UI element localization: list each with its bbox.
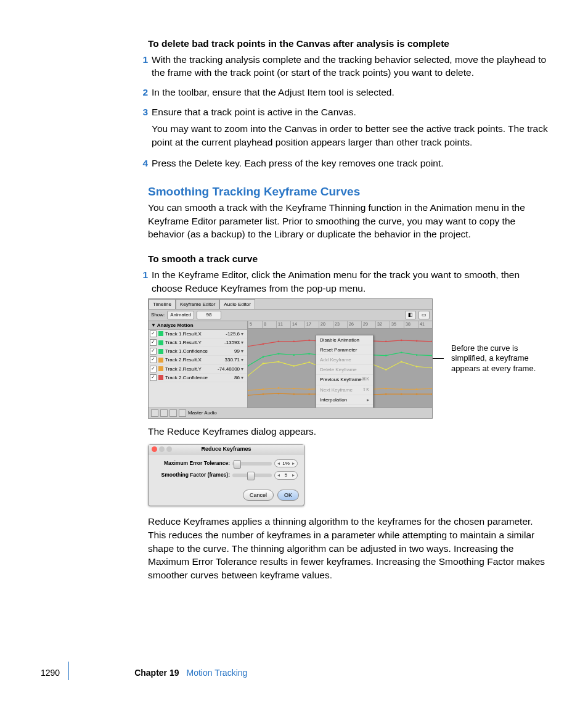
- track-value: -74.48000: [218, 366, 241, 372]
- field-label: Maximum Error Tolerance:: [155, 460, 230, 467]
- checkbox-icon[interactable]: ✓: [150, 374, 157, 381]
- svg-point-36: [401, 361, 402, 363]
- checkbox-icon[interactable]: ✓: [150, 348, 157, 355]
- tab-audio-editor[interactable]: Audio Editor: [219, 299, 255, 309]
- animation-menu-icon[interactable]: ▾: [241, 348, 246, 355]
- checkbox-icon[interactable]: ✓: [150, 330, 157, 337]
- svg-point-62: [401, 393, 402, 395]
- svg-point-23: [401, 351, 402, 353]
- body-text: The Reduce Keyframes dialog appears.: [148, 425, 550, 438]
- smoothing-factor-value[interactable]: ◂5▸: [274, 471, 298, 479]
- ok-button[interactable]: OK: [277, 490, 299, 501]
- section-heading: Smoothing Tracking Keyframe Curves: [148, 184, 550, 200]
- svg-point-43: [308, 388, 310, 390]
- frame-field[interactable]: 98: [197, 311, 221, 319]
- track-name: Track 2.Confidence: [165, 374, 218, 381]
- svg-point-28: [278, 361, 280, 363]
- cancel-button[interactable]: Cancel: [243, 490, 274, 501]
- animation-menu-icon[interactable]: ▾: [241, 374, 246, 381]
- track-row[interactable]: ✓Track 2.Result.X330.71▾: [149, 356, 247, 364]
- track-value: 99: [218, 348, 241, 355]
- menu-item: Add Keyframe: [316, 355, 373, 365]
- master-audio-label: Master Audio: [188, 409, 217, 416]
- svg-point-4: [308, 339, 310, 341]
- section-intro: You can smooth a track with the Keyframe…: [148, 201, 550, 241]
- color-swatch: [158, 349, 163, 354]
- keyframe-editor-screenshot: Timeline Keyframe Editor Audio Editor Sh…: [148, 298, 433, 418]
- callout-leader: [433, 358, 444, 359]
- fit-icon[interactable]: ▭: [419, 311, 430, 319]
- ruler-tick: 38: [404, 321, 418, 328]
- menu-item[interactable]: Reset Parameter: [316, 345, 373, 355]
- track-row[interactable]: ✓Track 2.Result.Y-74.48000▾: [149, 365, 247, 374]
- reduce-keyframes-dialog: Reduce Keyframes Maximum Error Tolerance…: [148, 444, 304, 506]
- svg-point-25: [431, 355, 432, 356]
- animation-menu-icon[interactable]: ▾: [241, 330, 246, 337]
- svg-point-29: [293, 365, 295, 367]
- ruler-tick: 35: [390, 321, 404, 328]
- error-tolerance-slider[interactable]: [232, 462, 272, 466]
- tab-keyframe-editor[interactable]: Keyframe Editor: [176, 299, 219, 309]
- step-number: 3: [137, 105, 152, 153]
- ruler-tick: 32: [375, 321, 390, 328]
- ruler-tick: 26: [347, 321, 361, 328]
- track-name: Track 1.Result.X: [165, 330, 218, 337]
- svg-point-54: [278, 392, 280, 394]
- show-select[interactable]: Animated: [167, 311, 194, 319]
- svg-point-30: [308, 361, 310, 363]
- ruler-tick: 8: [262, 321, 276, 328]
- menu-item[interactable]: Disable Animation: [316, 335, 373, 345]
- checkbox-icon[interactable]: ✓: [150, 366, 157, 372]
- step-text: With the tracking analysis complete and …: [152, 53, 550, 80]
- parameter-list: ▼ Analyze Motion ✓Track 1.Result.X-125.6…: [149, 321, 248, 408]
- svg-point-63: [416, 393, 418, 395]
- svg-point-3: [293, 340, 295, 342]
- footer-icon[interactable]: [160, 409, 168, 417]
- footer-icon[interactable]: [151, 409, 158, 417]
- track-name: Track 1.Result.Y: [165, 339, 218, 346]
- checkbox-icon[interactable]: ✓: [150, 339, 157, 346]
- svg-point-53: [263, 393, 264, 395]
- footer-icon[interactable]: [169, 409, 177, 417]
- track-row[interactable]: ✓Track 1.Result.X-125.6▾: [149, 330, 247, 339]
- menu-item[interactable]: Before First Keyframe: [316, 405, 373, 408]
- svg-point-42: [293, 388, 295, 390]
- svg-point-22: [385, 355, 387, 356]
- step-number: 4: [137, 157, 152, 170]
- checkbox-icon[interactable]: ✓: [150, 356, 157, 363]
- smoothing-factor-slider[interactable]: [232, 474, 272, 477]
- svg-point-15: [278, 353, 280, 355]
- svg-point-49: [401, 388, 402, 390]
- svg-point-12: [431, 340, 432, 342]
- procedure-heading-2: To smooth a track curve: [148, 252, 550, 266]
- footer-icon[interactable]: [179, 409, 186, 417]
- track-row[interactable]: ✓Track 2.Confidence86▾: [149, 374, 247, 382]
- track-row[interactable]: ✓Track 1.Confidence99▾: [149, 347, 247, 356]
- animation-menu-icon[interactable]: ▾: [241, 366, 246, 372]
- menu-item[interactable]: Interpolation: [316, 395, 373, 405]
- track-row[interactable]: ✓Track 1.Result.Y-13593▾: [149, 339, 247, 347]
- menu-item: Next Keyframe⇧K: [316, 385, 373, 395]
- footer-divider: [68, 662, 69, 680]
- color-swatch: [158, 340, 163, 345]
- svg-point-55: [293, 393, 295, 395]
- ruler-tick: 41: [418, 321, 432, 328]
- animation-menu[interactable]: Disable AnimationReset ParameterAdd Keyf…: [316, 335, 374, 408]
- track-value: 330.71: [218, 356, 241, 363]
- color-swatch: [158, 358, 163, 363]
- svg-point-40: [263, 388, 264, 390]
- track-name: Track 2.Result.X: [165, 356, 218, 363]
- error-tolerance-value[interactable]: ◂1%▸: [274, 459, 298, 467]
- animation-menu-icon[interactable]: ▾: [241, 356, 246, 363]
- snap-icon[interactable]: ◧: [405, 311, 416, 319]
- chapter-title: Motion Tracking: [187, 667, 248, 679]
- svg-point-1: [263, 343, 264, 345]
- color-swatch: [158, 375, 163, 380]
- svg-point-0: [248, 345, 248, 347]
- step-number: 1: [137, 268, 152, 295]
- track-value: -125.6: [218, 330, 241, 337]
- tab-timeline[interactable]: Timeline: [149, 299, 176, 309]
- animation-menu-icon[interactable]: ▾: [241, 339, 246, 346]
- menu-item[interactable]: Previous Keyframe⌘K: [316, 375, 373, 385]
- ruler-tick: 20: [319, 321, 333, 328]
